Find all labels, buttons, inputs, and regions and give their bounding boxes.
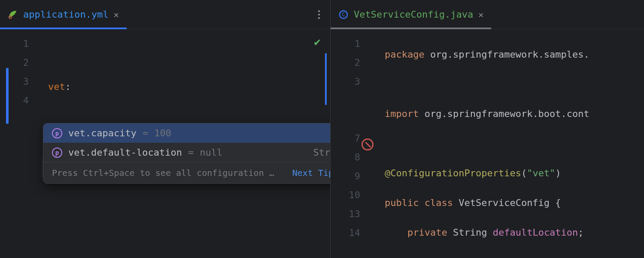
error-stripe-marker[interactable]	[325, 53, 327, 105]
class-name: VetServiceConfig	[459, 197, 550, 208]
kw-public-class: public class	[385, 197, 459, 208]
field-name: defaultLocation	[493, 227, 578, 238]
left-editor[interactable]: 1 2 3 4 ✔ vet: default-location: 'New-Yo…	[0, 29, 330, 258]
right-editor-pane: C VetServiceConfig.java ✕ 1 2 3 7 8 9 10…	[331, 0, 644, 258]
line-number: 4	[0, 91, 41, 110]
line-number: 2	[0, 53, 41, 72]
kw-private: private	[407, 227, 453, 238]
completion-footer: Press Ctrl+Space to see all configuratio…	[43, 162, 330, 183]
right-tabbar: C VetServiceConfig.java ✕	[331, 0, 644, 29]
line-number: 2	[331, 53, 377, 72]
kw-import: import	[385, 108, 425, 119]
completion-key: vet.capacity	[68, 128, 137, 138]
next-tip-link[interactable]: Next Tip	[292, 168, 330, 178]
completion-popup: p vet.capacity=100 int p vet.default-loc…	[43, 123, 330, 184]
annotation: @ConfigurationProperties	[385, 168, 521, 178]
completion-item[interactable]: p vet.capacity=100 int	[43, 123, 330, 143]
completion-default: null	[200, 147, 222, 158]
left-gutter: 1 2 3 4	[0, 29, 41, 258]
line-number	[331, 110, 377, 129]
completion-item[interactable]: p vet.default-location=null String	[43, 143, 330, 162]
property-icon: p	[52, 147, 62, 158]
spring-icon	[8, 9, 18, 20]
tab-menu-icon[interactable]	[313, 9, 325, 21]
completion-key: vet.default-location	[68, 147, 182, 158]
no-entry-icon	[361, 138, 374, 150]
completion-type: String	[313, 147, 330, 158]
property-icon: p	[52, 128, 62, 138]
yaml-key: vet	[48, 81, 65, 92]
line-number	[331, 91, 377, 110]
line-number: 9	[331, 167, 377, 186]
tab-application-yml[interactable]: application.yml ✕	[0, 0, 127, 29]
left-editor-pane: application.yml ✕ 1 2 3 4 ✔ vet: default…	[0, 0, 331, 258]
left-tabbar: application.yml ✕	[0, 0, 330, 29]
line-number: 3	[0, 72, 41, 91]
line-number: 14	[331, 224, 377, 243]
right-code-area[interactable]: package org.springframework.samples. imp…	[378, 29, 644, 258]
line-number: 13	[331, 205, 377, 224]
type-string: String	[453, 227, 493, 238]
tab-label: application.yml	[23, 9, 109, 20]
svg-text:C: C	[342, 12, 345, 18]
close-icon[interactable]: ✕	[114, 9, 119, 20]
kw-package: package	[385, 49, 430, 60]
inspection-ok-icon[interactable]: ✔	[314, 35, 321, 48]
tab-label: VetServiceConfig.java	[354, 9, 473, 20]
class-icon: C	[338, 9, 349, 20]
right-editor[interactable]: 1 2 3 7 8 9 10 13 14 package org.springf…	[331, 29, 644, 258]
completion-default: 100	[154, 128, 171, 138]
line-number: 10	[331, 186, 377, 205]
line-number: 3	[331, 72, 377, 91]
completion-hint: Press Ctrl+Space to see all configuratio…	[52, 168, 274, 178]
import-name: org.springframework.boot.cont	[425, 108, 589, 119]
tab-vetserviceconfig[interactable]: C VetServiceConfig.java ✕	[331, 0, 491, 29]
line-number: 1	[331, 34, 377, 53]
line-number: 8	[331, 148, 377, 167]
line-number: 1	[0, 34, 41, 53]
annotation-arg: "vet"	[527, 168, 555, 178]
close-icon[interactable]: ✕	[478, 9, 483, 20]
package-name: org.springframework.samples.	[430, 49, 589, 60]
